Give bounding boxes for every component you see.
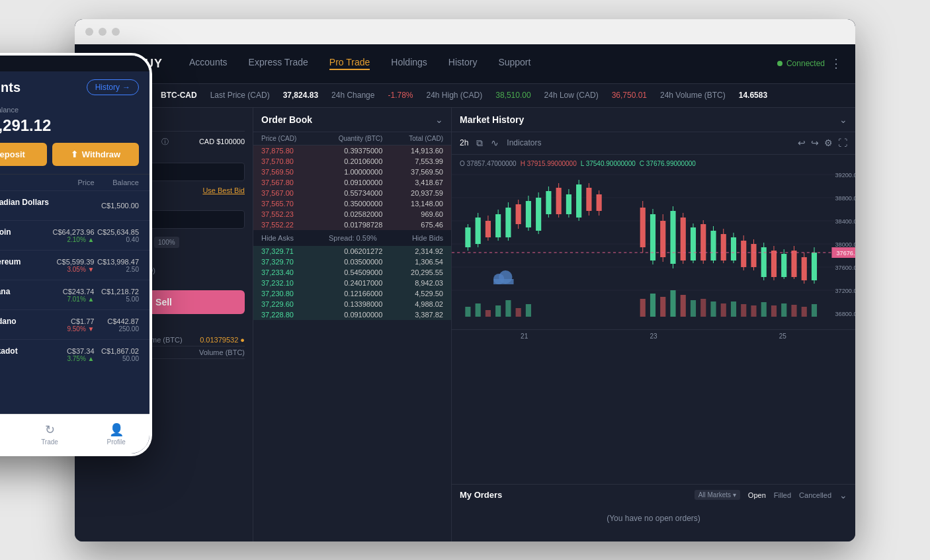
indicators-button[interactable]: Indicators [507, 138, 541, 147]
nav-links: Accounts Express Trade Pro Trade Holding… [189, 57, 777, 70]
nav-express-trade[interactable]: Express Trade [249, 57, 308, 70]
right-panel: Market History ⌄ 2h ⧉ ∿ Indicators ↩ ↪ ⚙… [452, 108, 855, 541]
asset-change: 9.50% ▼ [50, 325, 95, 333]
svg-rect-72 [465, 307, 470, 317]
chart-area: O 37857.47000000 H 37915.99000000 L 3754… [452, 155, 855, 484]
my-orders-chevron-icon[interactable]: ⌄ [839, 490, 847, 500]
change-label: 24h Change [331, 91, 374, 100]
chart-toolbar-right: ↩ ↪ ⚙ ⛶ [798, 138, 847, 148]
assets-col-price: Price [50, 179, 95, 186]
bid-row: 37,230.800.121660004,529.50 [253, 288, 451, 299]
mobile-nav-accounts[interactable]: ⌂ Accounts [0, 415, 17, 454]
svg-rect-84 [691, 300, 696, 317]
nav-right: Connected ⋮ [777, 56, 842, 71]
ohlc-low: L 37540.90000000 [581, 160, 636, 167]
bid-row: 37,329.700.035000001,306.54 [253, 257, 451, 267]
svg-rect-77 [516, 308, 521, 317]
hide-asks-btn[interactable]: Hide Asks [261, 234, 294, 242]
connected-dot [777, 61, 782, 66]
all-markets-button[interactable]: All Markets ▾ [695, 490, 740, 500]
nav-accounts[interactable]: Accounts [189, 57, 228, 70]
withdraw-label: Withdraw [82, 149, 120, 159]
mobile-header: Accounts History → [0, 71, 149, 100]
balance-label: Total Est. Balance [0, 106, 139, 114]
no-orders-message: (You have no open orders) [460, 500, 847, 536]
undo-icon[interactable]: ↩ [798, 138, 806, 148]
asset-balance: C$1,500.00 [95, 202, 140, 210]
settings-icon[interactable]: ⚙ [824, 138, 833, 148]
order-book-title: Order Book [261, 114, 312, 125]
mobile-nav: ⌂ Accounts ↻ Trade 👤 Profile [0, 414, 149, 454]
bid-row: 37,232.100.240170008,942.03 [253, 278, 451, 288]
svg-rect-90 [751, 305, 756, 317]
profile-icon: 👤 [109, 422, 124, 437]
mobile-nav-trade[interactable]: ↻ Trade [17, 415, 83, 454]
nav-history[interactable]: History [448, 57, 478, 70]
asset-info: ₳ Cardano ADA [0, 315, 50, 334]
svg-text:37200.00000000: 37200.00000000 [835, 288, 856, 294]
hide-bids-btn[interactable]: Hide Bids [412, 234, 443, 242]
chart-bar-type-icon[interactable]: ⧉ [476, 138, 483, 149]
mobile-history-button[interactable]: History → [87, 79, 139, 95]
main-content: Limit Market Purchase Limit ⓘ CAD $10000… [75, 108, 855, 541]
asset-name: Solana [0, 287, 10, 296]
market-history-title: Market History [460, 114, 524, 125]
svg-rect-73 [476, 303, 481, 317]
orders-tab-open[interactable]: Open [748, 491, 766, 499]
asset-price: C$1.77 [50, 317, 95, 325]
asset-amount: 250.00 [95, 325, 140, 333]
chart-line-type-icon[interactable]: ∿ [491, 138, 499, 148]
svg-rect-74 [486, 310, 491, 317]
deposit-button[interactable]: ⬇ Deposit [0, 143, 47, 166]
mobile-asset-row: ● Polkadot DOT C$37.34 3.75% ▲ C$1,867.0… [0, 339, 149, 369]
order-book-chevron-icon[interactable]: ⌄ [435, 114, 443, 125]
orders-tab-filled[interactable]: Filled [774, 491, 791, 499]
asset-symbol: ADA [0, 326, 17, 333]
asset-symbol: ETH [0, 266, 21, 274]
app-header: ₿ BITBUY Accounts Express Trade Pro Trad… [75, 44, 855, 84]
orders-tab-cancelled[interactable]: Cancelled [799, 491, 831, 499]
svg-rect-93 [781, 303, 786, 317]
ask-row: 37,569.501.0000000037,569.50 [253, 167, 451, 177]
mobile-title: Accounts [0, 80, 21, 95]
my-orders-header: My Orders All Markets ▾ Open Filled Canc… [460, 490, 847, 500]
pct-100-btn[interactable]: 100% [154, 237, 179, 248]
fullscreen-icon[interactable]: ⛶ [838, 138, 847, 148]
svg-rect-85 [700, 299, 706, 317]
asset-name: Cardano [0, 317, 17, 326]
withdraw-button[interactable]: ⬆ Withdraw [52, 143, 139, 166]
asset-info: C$ Canadian Dollars CAD [0, 196, 50, 215]
svg-rect-79 [640, 299, 646, 317]
maximize-dot[interactable] [112, 28, 120, 36]
trading-pair[interactable]: BTC-CAD [161, 91, 197, 100]
svg-text:38400.00000000: 38400.00000000 [835, 218, 856, 225]
asset-amount: 5.00 [95, 296, 140, 303]
asset-balance: C$13,998.47 [95, 258, 140, 266]
asset-change: 2.10% ▲ [50, 236, 95, 243]
nav-support[interactable]: Support [498, 57, 530, 70]
bid-row: 37,229.600.133980004,988.02 [253, 299, 451, 309]
nav-pro-trade[interactable]: Pro Trade [329, 57, 370, 70]
x-label-21: 21 [521, 333, 528, 340]
asset-symbol: CAD [0, 207, 49, 214]
change-value: -1.78% [388, 91, 413, 100]
menu-dots-icon[interactable]: ⋮ [830, 56, 842, 71]
asset-price: C$64,273.96 [50, 228, 95, 236]
trade-icon: ↻ [45, 422, 55, 437]
mobile-nav-profile[interactable]: 👤 Profile [83, 415, 149, 454]
history-vol-label-2: Volume (BTC) [199, 348, 245, 356]
redo-icon[interactable]: ↪ [811, 138, 819, 148]
nav-holdings[interactable]: Holdings [391, 57, 427, 70]
market-history-chevron-icon[interactable]: ⌄ [839, 114, 847, 125]
chart-timeframe[interactable]: 2h [460, 138, 468, 147]
mobile-assets-header: Asset Price Balance [0, 174, 149, 190]
ob-column-headers: Price (CAD) Quantity (BTC) Total (CAD) [253, 132, 451, 145]
close-dot[interactable] [85, 28, 93, 36]
nav-trade-label: Trade [41, 438, 58, 446]
volume-value: 14.6583 [739, 91, 767, 100]
minimize-dot[interactable] [99, 28, 106, 36]
chart-toolbar: 2h ⧉ ∿ Indicators ↩ ↪ ⚙ ⛶ [452, 132, 855, 155]
high-label: 24h High (CAD) [427, 91, 483, 100]
asset-change: 3.05% ▼ [50, 266, 95, 273]
asset-info: ₿ Bitcoin BTC [0, 226, 50, 245]
